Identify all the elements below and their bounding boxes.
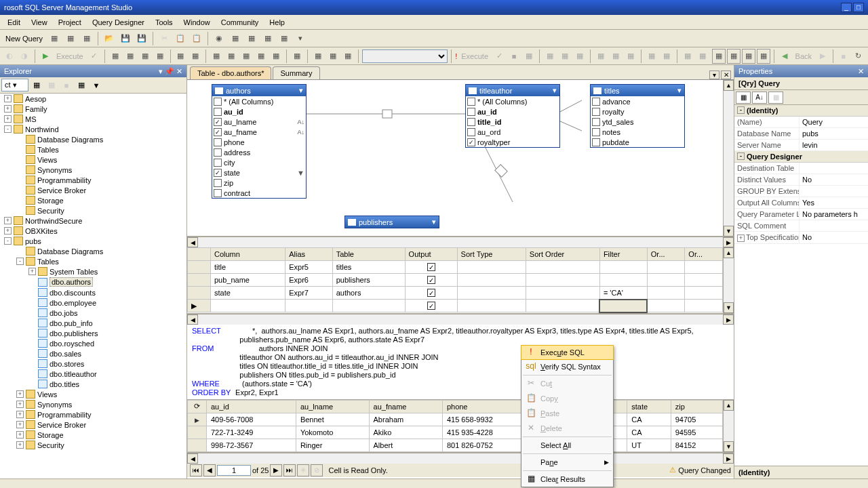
stop-icon[interactable]: ■: [507, 49, 521, 64]
tree-item[interactable]: +NorthwindSecure: [4, 216, 186, 226]
menu-project[interactable]: Project: [54, 17, 86, 28]
criteria-header[interactable]: Output: [405, 248, 457, 261]
pane1-icon[interactable]: ▦: [712, 49, 726, 64]
column-item[interactable]: notes: [591, 127, 684, 137]
criteria-pane[interactable]: ColumnAliasTableOutputSort TypeSort Orde…: [187, 247, 723, 313]
registered-icon[interactable]: ▦: [228, 31, 243, 46]
props-grid[interactable]: -(Identity)(Name)QueryDatabase NamepubsS…: [734, 105, 868, 466]
results-corner[interactable]: ⟳: [188, 400, 207, 413]
toolbar-dropdown-icon[interactable]: ▾: [293, 31, 308, 46]
save-icon[interactable]: 💾: [118, 31, 133, 46]
props-close-icon[interactable]: ✕: [858, 67, 864, 76]
criteria-header[interactable]: Column: [211, 248, 285, 261]
maximize-button[interactable]: □: [853, 3, 864, 12]
criteria-row[interactable]: ▶: [188, 300, 723, 312]
tree[interactable]: +Aesop+Family+MS-Northwind Database Diag…: [0, 94, 186, 479]
results-grid-icon[interactable]: ▦: [609, 49, 623, 64]
checkbox[interactable]: [467, 128, 475, 136]
column-item[interactable]: * (All Columns): [466, 96, 559, 106]
pager-last-icon[interactable]: ⏭: [283, 464, 296, 476]
props-row[interactable]: Query Parameter LiNo parameters h: [734, 209, 868, 220]
tree-item[interactable]: dbo.pub_info: [28, 318, 186, 328]
tree-item[interactable]: Storage: [16, 195, 186, 205]
query-play-icon[interactable]: ▶: [39, 49, 52, 64]
object-explorer-icon[interactable]: ▦: [244, 31, 259, 46]
results-hscroll[interactable]: ◀▶: [187, 453, 734, 464]
column-item[interactable]: royaltyper: [466, 137, 559, 147]
props-pages-icon[interactable]: ▦: [768, 92, 783, 104]
tree-item[interactable]: dbo.publishers: [28, 328, 186, 338]
props-category[interactable]: -(Identity): [734, 105, 868, 117]
checkbox[interactable]: [467, 98, 475, 106]
connect-icon[interactable]: ▦: [30, 79, 43, 92]
tree-item[interactable]: +System Tables: [28, 266, 186, 277]
menu-community[interactable]: Community: [216, 17, 264, 28]
results-row[interactable]: 722-71-3249YokomotoAkiko415 935-42283 Si…: [188, 426, 723, 439]
results-header[interactable]: au_fname: [369, 400, 442, 413]
pager-prev-icon[interactable]: ◀: [203, 464, 216, 476]
diagram-table-titleauthor[interactable]: titleauthor▾ * (All Columns)au_idtitle_i…: [465, 84, 560, 148]
criteria-header[interactable]: Table: [332, 248, 405, 261]
pager-new-icon[interactable]: ✳: [297, 464, 309, 476]
column-item[interactable]: au_id: [212, 106, 306, 117]
explorer-close-icon[interactable]: ✕: [176, 67, 182, 76]
back-icon[interactable]: ◀: [778, 49, 791, 64]
stats-icon[interactable]: ▦: [558, 49, 572, 64]
refresh-icon[interactable]: ↻: [852, 49, 865, 64]
criteria-header[interactable]: Sort Type: [457, 248, 526, 261]
checkbox[interactable]: [214, 138, 222, 146]
database-combo[interactable]: [362, 49, 448, 63]
checkbox[interactable]: [467, 108, 475, 116]
column-item[interactable]: * (All Columns): [212, 96, 306, 106]
ctx-verify-sql[interactable]: sqlVerify SQL Syntax: [521, 359, 613, 374]
diagram-pane-icon[interactable]: ▦: [108, 49, 122, 64]
menu-query-designer[interactable]: Query Designer: [87, 17, 149, 28]
cut-icon[interactable]: ✂: [157, 31, 172, 46]
props-row[interactable]: Distinct ValuesNo: [734, 174, 868, 186]
results-pane-icon[interactable]: ▦: [153, 49, 167, 64]
menu-tools[interactable]: Tools: [151, 17, 178, 28]
pane3-icon[interactable]: ▦: [742, 49, 755, 64]
props-row[interactable]: GROUP BY Extensio: [734, 186, 868, 197]
diagram-table-titles[interactable]: titles▾ advanceroyaltyytd_salesnotespubd…: [590, 84, 685, 148]
activity-icon[interactable]: ◉: [212, 31, 226, 46]
analysis-query-icon[interactable]: ▦: [63, 31, 78, 46]
pager-next-icon[interactable]: ▶: [270, 464, 282, 476]
filter-explorer-icon[interactable]: ▼: [90, 79, 103, 92]
criteria-header[interactable]: Sort Order: [526, 248, 599, 261]
checkbox[interactable]: [214, 169, 222, 177]
pager-first-icon[interactable]: ⏮: [190, 464, 202, 476]
column-item[interactable]: city: [212, 157, 306, 167]
db-engine-query-icon[interactable]: ▦: [47, 31, 62, 46]
column-item[interactable]: zip: [212, 178, 306, 188]
tree-item[interactable]: dbo.titles: [28, 379, 186, 389]
checkbox[interactable]: [592, 128, 600, 136]
ctx-execute-sql[interactable]: !Execute SQL: [521, 345, 614, 360]
criteria-header[interactable]: Or...: [685, 248, 723, 261]
change-icon[interactable]: ◑: [18, 49, 31, 64]
make-type-icon[interactable]: ▦: [269, 49, 283, 64]
props-row[interactable]: Database Namepubs: [734, 128, 868, 140]
results-row[interactable]: 409-56-7008BennetAbraham415 658-99326223…: [188, 413, 723, 426]
column-item[interactable]: au_fnameA↓: [212, 127, 306, 137]
column-item[interactable]: royalty: [591, 106, 684, 117]
insert-type-icon[interactable]: ▦: [224, 49, 238, 64]
tree-item[interactable]: +Aesop: [4, 94, 186, 104]
results-file-icon[interactable]: ▦: [624, 49, 637, 64]
checkbox[interactable]: [592, 108, 600, 116]
checkbox[interactable]: [467, 138, 475, 146]
menu-edit[interactable]: Edit: [3, 17, 25, 28]
pager-page-input[interactable]: [217, 465, 251, 476]
sort-asc-icon[interactable]: ▦: [311, 49, 325, 64]
tree-item[interactable]: +OBXKites: [4, 226, 186, 236]
connect-dropdown[interactable]: ct ▾: [1, 79, 28, 92]
execute-button[interactable]: Execute: [54, 52, 86, 60]
criteria-hscroll[interactable]: ◀▶: [187, 314, 734, 325]
open-icon[interactable]: 📂: [102, 31, 117, 46]
tree-item[interactable]: +Synonyms: [16, 399, 186, 409]
column-item[interactable]: title_id: [466, 117, 559, 127]
tree-item[interactable]: -Northwind: [4, 124, 186, 134]
column-item[interactable]: address: [212, 147, 306, 157]
props-category[interactable]: -Query Designer: [734, 151, 868, 163]
ctx-select-all[interactable]: Select All: [521, 438, 613, 453]
